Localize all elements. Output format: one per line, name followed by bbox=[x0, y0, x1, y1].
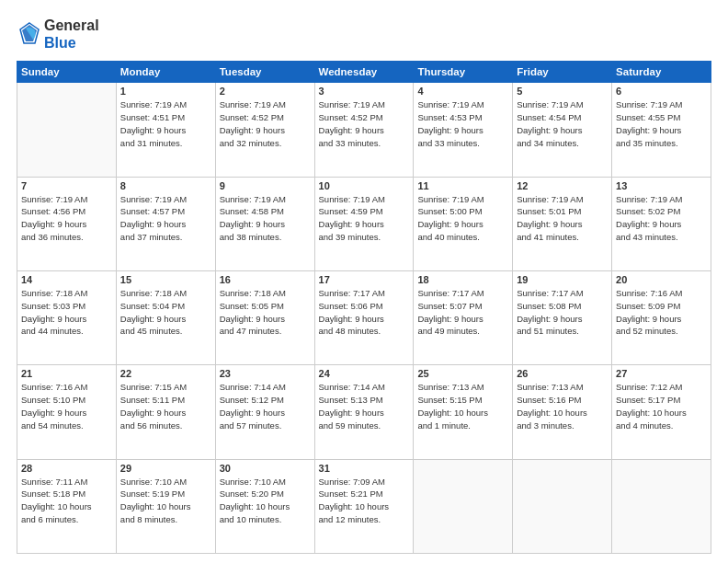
day-info: Sunrise: 7:16 AMSunset: 5:10 PMDaylight:… bbox=[21, 381, 112, 431]
day-info: Sunrise: 7:19 AMSunset: 5:02 PMDaylight:… bbox=[616, 193, 707, 244]
calendar-cell: 30Sunrise: 7:10 AMSunset: 5:20 PMDayligh… bbox=[215, 459, 314, 553]
calendar-cell: 19Sunrise: 7:17 AMSunset: 5:08 PMDayligh… bbox=[513, 271, 612, 365]
day-info: Sunrise: 7:13 AMSunset: 5:15 PMDaylight:… bbox=[417, 381, 508, 431]
day-number: 10 bbox=[319, 180, 410, 191]
day-number: 11 bbox=[417, 180, 508, 191]
day-number: 19 bbox=[517, 274, 608, 285]
col-header-saturday: Saturday bbox=[612, 62, 711, 83]
calendar-cell: 15Sunrise: 7:18 AMSunset: 5:04 PMDayligh… bbox=[116, 271, 215, 365]
day-number: 30 bbox=[220, 463, 311, 474]
col-header-friday: Friday bbox=[513, 62, 612, 83]
day-number: 24 bbox=[319, 368, 410, 379]
day-info: Sunrise: 7:16 AMSunset: 5:09 PMDaylight:… bbox=[616, 287, 707, 338]
calendar-cell: 24Sunrise: 7:14 AMSunset: 5:13 PMDayligh… bbox=[314, 365, 414, 459]
day-number: 3 bbox=[319, 86, 410, 97]
calendar-cell: 7Sunrise: 7:19 AMSunset: 4:56 PMDaylight… bbox=[17, 177, 117, 270]
day-number: 1 bbox=[120, 86, 211, 97]
calendar-cell: 31Sunrise: 7:09 AMSunset: 5:21 PMDayligh… bbox=[314, 459, 414, 553]
calendar-cell: 2Sunrise: 7:19 AMSunset: 4:52 PMDaylight… bbox=[215, 83, 314, 177]
day-number: 29 bbox=[120, 463, 211, 474]
calendar-cell: 18Sunrise: 7:17 AMSunset: 5:07 PMDayligh… bbox=[414, 271, 513, 365]
day-info: Sunrise: 7:17 AMSunset: 5:06 PMDaylight:… bbox=[319, 287, 410, 338]
day-number: 27 bbox=[616, 368, 707, 379]
col-header-sunday: Sunday bbox=[17, 62, 117, 83]
calendar-cell: 14Sunrise: 7:18 AMSunset: 5:03 PMDayligh… bbox=[17, 271, 117, 365]
day-number: 20 bbox=[616, 274, 707, 285]
day-info: Sunrise: 7:18 AMSunset: 5:04 PMDaylight:… bbox=[120, 287, 211, 338]
day-number: 4 bbox=[417, 86, 508, 97]
day-info: Sunrise: 7:19 AMSunset: 4:55 PMDaylight:… bbox=[616, 98, 707, 149]
day-number: 18 bbox=[417, 274, 508, 285]
calendar-cell: 6Sunrise: 7:19 AMSunset: 4:55 PMDaylight… bbox=[612, 83, 711, 177]
calendar-cell: 21Sunrise: 7:16 AMSunset: 5:10 PMDayligh… bbox=[17, 365, 117, 459]
day-number: 8 bbox=[120, 180, 211, 191]
day-number: 17 bbox=[319, 274, 410, 285]
calendar-cell bbox=[17, 83, 117, 177]
day-info: Sunrise: 7:09 AMSunset: 5:21 PMDaylight:… bbox=[319, 476, 410, 526]
day-info: Sunrise: 7:14 AMSunset: 5:13 PMDaylight:… bbox=[319, 381, 410, 431]
col-header-tuesday: Tuesday bbox=[215, 62, 314, 83]
calendar-cell: 10Sunrise: 7:19 AMSunset: 4:59 PMDayligh… bbox=[314, 177, 414, 270]
day-info: Sunrise: 7:12 AMSunset: 5:17 PMDaylight:… bbox=[616, 381, 707, 431]
day-info: Sunrise: 7:11 AMSunset: 5:18 PMDaylight:… bbox=[21, 476, 112, 526]
calendar-cell bbox=[513, 459, 612, 553]
day-info: Sunrise: 7:13 AMSunset: 5:16 PMDaylight:… bbox=[517, 381, 608, 431]
calendar-table: SundayMondayTuesdayWednesdayThursdayFrid… bbox=[17, 61, 711, 554]
calendar-cell: 4Sunrise: 7:19 AMSunset: 4:53 PMDaylight… bbox=[414, 83, 513, 177]
day-info: Sunrise: 7:19 AMSunset: 4:53 PMDaylight:… bbox=[417, 98, 508, 149]
page: General Blue SundayMondayTuesdayWednesda… bbox=[0, 0, 728, 563]
day-info: Sunrise: 7:19 AMSunset: 4:52 PMDaylight:… bbox=[220, 98, 311, 149]
day-info: Sunrise: 7:18 AMSunset: 5:05 PMDaylight:… bbox=[220, 287, 311, 338]
logo: General Blue bbox=[17, 17, 99, 52]
calendar-cell: 16Sunrise: 7:18 AMSunset: 5:05 PMDayligh… bbox=[215, 271, 314, 365]
day-info: Sunrise: 7:17 AMSunset: 5:07 PMDaylight:… bbox=[417, 287, 508, 338]
calendar-cell: 20Sunrise: 7:16 AMSunset: 5:09 PMDayligh… bbox=[612, 271, 711, 365]
day-info: Sunrise: 7:18 AMSunset: 5:03 PMDaylight:… bbox=[21, 287, 112, 338]
col-header-wednesday: Wednesday bbox=[314, 62, 414, 83]
day-info: Sunrise: 7:19 AMSunset: 4:57 PMDaylight:… bbox=[120, 193, 211, 244]
week-row-1: 1Sunrise: 7:19 AMSunset: 4:51 PMDaylight… bbox=[17, 83, 711, 177]
week-row-4: 21Sunrise: 7:16 AMSunset: 5:10 PMDayligh… bbox=[17, 365, 711, 459]
calendar-cell: 5Sunrise: 7:19 AMSunset: 4:54 PMDaylight… bbox=[513, 83, 612, 177]
header: General Blue bbox=[17, 17, 711, 52]
calendar-cell: 13Sunrise: 7:19 AMSunset: 5:02 PMDayligh… bbox=[612, 177, 711, 270]
col-header-monday: Monday bbox=[116, 62, 215, 83]
day-info: Sunrise: 7:10 AMSunset: 5:20 PMDaylight:… bbox=[220, 476, 311, 526]
calendar-cell: 22Sunrise: 7:15 AMSunset: 5:11 PMDayligh… bbox=[116, 365, 215, 459]
day-number: 15 bbox=[120, 274, 211, 285]
day-number: 25 bbox=[417, 368, 508, 379]
day-info: Sunrise: 7:19 AMSunset: 4:56 PMDaylight:… bbox=[21, 193, 112, 244]
day-info: Sunrise: 7:19 AMSunset: 5:00 PMDaylight:… bbox=[417, 193, 508, 244]
logo-text: General Blue bbox=[44, 17, 99, 52]
calendar-cell: 23Sunrise: 7:14 AMSunset: 5:12 PMDayligh… bbox=[215, 365, 314, 459]
calendar-cell: 3Sunrise: 7:19 AMSunset: 4:52 PMDaylight… bbox=[314, 83, 414, 177]
day-info: Sunrise: 7:19 AMSunset: 4:52 PMDaylight:… bbox=[319, 98, 410, 149]
calendar-cell: 12Sunrise: 7:19 AMSunset: 5:01 PMDayligh… bbox=[513, 177, 612, 270]
week-row-2: 7Sunrise: 7:19 AMSunset: 4:56 PMDaylight… bbox=[17, 177, 711, 270]
day-info: Sunrise: 7:10 AMSunset: 5:19 PMDaylight:… bbox=[120, 476, 211, 526]
calendar-cell bbox=[414, 459, 513, 553]
calendar-cell: 9Sunrise: 7:19 AMSunset: 4:58 PMDaylight… bbox=[215, 177, 314, 270]
day-number: 7 bbox=[21, 180, 112, 191]
calendar-cell: 1Sunrise: 7:19 AMSunset: 4:51 PMDaylight… bbox=[116, 83, 215, 177]
logo-icon bbox=[17, 21, 42, 47]
calendar-cell: 28Sunrise: 7:11 AMSunset: 5:18 PMDayligh… bbox=[17, 459, 117, 553]
day-number: 5 bbox=[517, 86, 608, 97]
day-info: Sunrise: 7:14 AMSunset: 5:12 PMDaylight:… bbox=[220, 381, 311, 431]
day-info: Sunrise: 7:17 AMSunset: 5:08 PMDaylight:… bbox=[517, 287, 608, 338]
week-row-5: 28Sunrise: 7:11 AMSunset: 5:18 PMDayligh… bbox=[17, 459, 711, 553]
day-info: Sunrise: 7:19 AMSunset: 4:59 PMDaylight:… bbox=[319, 193, 410, 244]
day-number: 23 bbox=[220, 368, 311, 379]
calendar-cell: 26Sunrise: 7:13 AMSunset: 5:16 PMDayligh… bbox=[513, 365, 612, 459]
day-number: 31 bbox=[319, 463, 410, 474]
day-number: 26 bbox=[517, 368, 608, 379]
calendar-cell: 17Sunrise: 7:17 AMSunset: 5:06 PMDayligh… bbox=[314, 271, 414, 365]
calendar-cell: 11Sunrise: 7:19 AMSunset: 5:00 PMDayligh… bbox=[414, 177, 513, 270]
day-info: Sunrise: 7:19 AMSunset: 5:01 PMDaylight:… bbox=[517, 193, 608, 244]
day-number: 21 bbox=[21, 368, 112, 379]
calendar-cell: 8Sunrise: 7:19 AMSunset: 4:57 PMDaylight… bbox=[116, 177, 215, 270]
day-number: 12 bbox=[517, 180, 608, 191]
calendar-cell: 27Sunrise: 7:12 AMSunset: 5:17 PMDayligh… bbox=[612, 365, 711, 459]
day-number: 14 bbox=[21, 274, 112, 285]
day-number: 6 bbox=[616, 86, 707, 97]
